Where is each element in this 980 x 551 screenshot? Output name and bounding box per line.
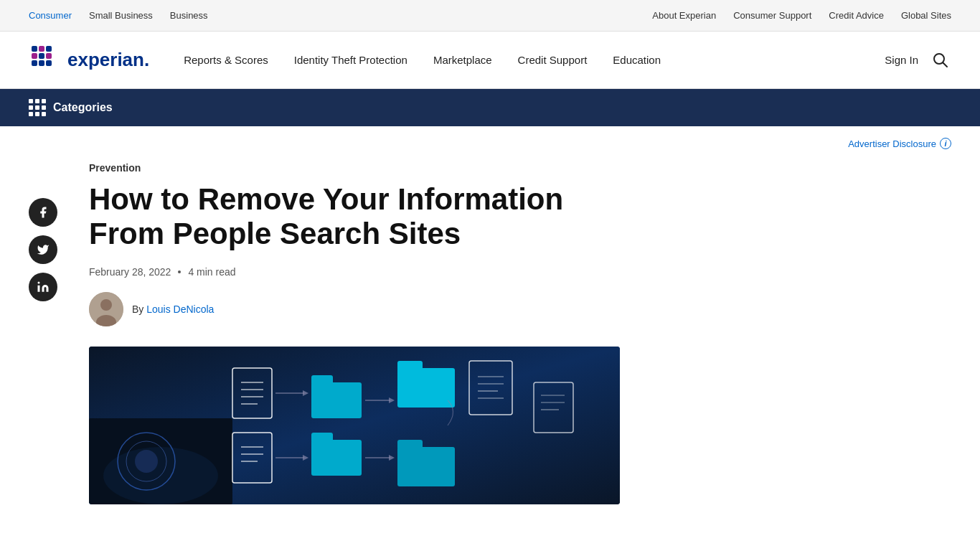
social-sidebar [29, 155, 60, 504]
facebook-share-button[interactable] [29, 198, 57, 227]
utility-bar: Consumer Small Business Business About E… [0, 0, 980, 32]
utility-link-consumer[interactable]: Consumer [29, 10, 72, 21]
nav-right: Sign In [885, 50, 951, 71]
article-read-time: 4 min read [188, 266, 235, 278]
svg-point-13 [100, 299, 112, 311]
logo-dot: . [144, 49, 149, 71]
twitter-icon [37, 243, 50, 256]
svg-rect-6 [32, 60, 37, 66]
logo-text: experian [67, 49, 144, 71]
author-name-link[interactable]: Louis DeNicola [146, 303, 214, 315]
logo[interactable]: experian. [29, 43, 149, 77]
hero-illustration [89, 347, 620, 504]
author-row: By Louis DeNicola [89, 292, 634, 326]
categories-bar: Categories [0, 89, 980, 126]
article-main: Prevention How to Remove Your Informatio… [89, 155, 634, 504]
svg-rect-36 [311, 440, 362, 476]
nav-education[interactable]: Education [600, 32, 674, 89]
main-nav: experian. Reports & Scores Identity Thef… [0, 32, 980, 89]
author-avatar [89, 292, 123, 326]
meta-separator [178, 270, 181, 273]
sign-in-button[interactable]: Sign In [885, 54, 918, 66]
svg-rect-50 [397, 440, 423, 450]
utility-link-business[interactable]: Business [170, 10, 208, 21]
info-icon: i [940, 138, 951, 149]
article-meta: February 28, 2022 4 min read [89, 266, 634, 278]
author-byline: By Louis DeNicola [132, 303, 214, 315]
utility-right-links: About Experian Consumer Support Credit A… [652, 10, 951, 21]
categories-button[interactable]: Categories [29, 99, 113, 116]
advertiser-disclosure-text: Advertiser Disclosure [848, 138, 936, 149]
svg-rect-34 [311, 382, 362, 418]
experian-logo-icon [29, 43, 63, 77]
utility-left-links: Consumer Small Business Business [29, 10, 208, 21]
svg-rect-42 [397, 368, 455, 408]
svg-rect-37 [311, 433, 333, 443]
categories-label: Categories [53, 101, 113, 114]
author-avatar-image [89, 292, 123, 326]
utility-link-small-business[interactable]: Small Business [89, 10, 153, 21]
svg-rect-43 [397, 361, 423, 371]
article-category: Prevention [89, 162, 634, 174]
nav-identity-theft[interactable]: Identity Theft Protection [281, 32, 420, 89]
article-date: February 28, 2022 [89, 266, 171, 278]
svg-rect-5 [46, 53, 52, 59]
linkedin-icon [37, 281, 50, 293]
advertiser-disclosure-link[interactable]: Advertiser Disclosure i [848, 138, 951, 149]
nav-reports-scores[interactable]: Reports & Scores [171, 32, 281, 89]
facebook-icon [37, 206, 50, 219]
svg-line-10 [943, 62, 948, 67]
nav-credit-support[interactable]: Credit Support [505, 32, 600, 89]
svg-rect-49 [397, 447, 455, 486]
svg-point-11 [38, 282, 40, 284]
article-title: How to Remove Your Information From Peop… [89, 182, 634, 252]
svg-rect-7 [39, 60, 44, 66]
linkedin-share-button[interactable] [29, 273, 57, 301]
svg-rect-8 [46, 60, 52, 66]
svg-rect-0 [32, 46, 37, 52]
grid-icon [29, 99, 46, 116]
svg-rect-1 [39, 46, 44, 52]
svg-rect-4 [39, 53, 44, 59]
search-button[interactable] [930, 50, 951, 71]
svg-rect-2 [46, 46, 52, 52]
svg-rect-35 [311, 375, 333, 385]
article-layout: Prevention How to Remove Your Informatio… [0, 155, 980, 504]
by-text: By [132, 303, 143, 315]
search-icon [933, 52, 948, 68]
twitter-share-button[interactable] [29, 235, 57, 264]
hero-image [89, 347, 620, 504]
advertiser-row: Advertiser Disclosure i [0, 126, 980, 155]
nav-links: Reports & Scores Identity Theft Protecti… [171, 32, 885, 89]
svg-point-20 [135, 450, 158, 473]
nav-marketplace[interactable]: Marketplace [420, 32, 505, 89]
utility-link-global-sites[interactable]: Global Sites [901, 10, 951, 21]
utility-link-about[interactable]: About Experian [652, 10, 716, 21]
svg-rect-3 [32, 53, 37, 59]
utility-link-credit-advice[interactable]: Credit Advice [829, 10, 884, 21]
utility-link-consumer-support[interactable]: Consumer Support [733, 10, 811, 21]
